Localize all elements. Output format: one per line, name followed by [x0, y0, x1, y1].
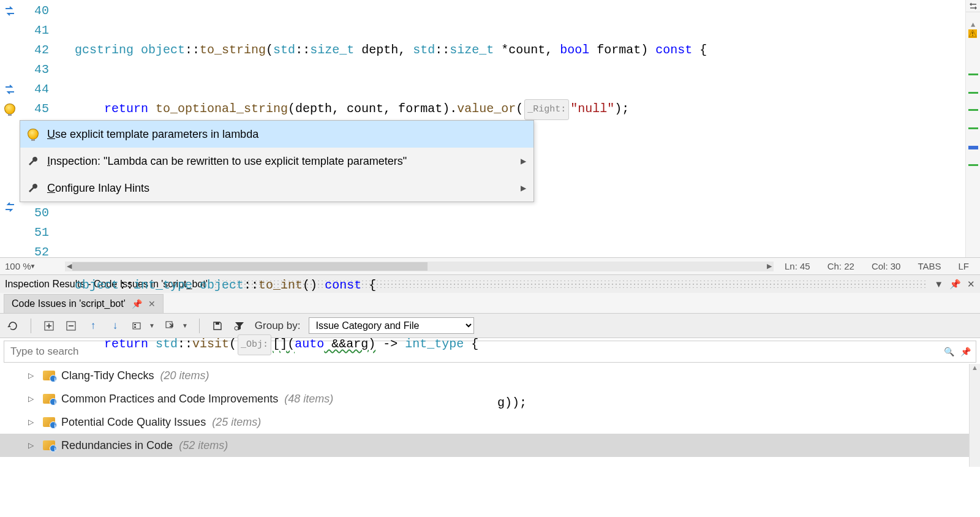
refresh-icon[interactable]	[6, 319, 20, 333]
hint-marker[interactable]	[968, 109, 978, 111]
folder-icon	[43, 371, 55, 380]
svg-rect-1	[972, 35, 973, 36]
submenu-arrow-icon: ▶	[521, 151, 526, 171]
folder-icon	[43, 440, 55, 450]
hint-marker[interactable]	[968, 74, 978, 75]
hint-marker[interactable]	[968, 127, 978, 129]
expand-icon[interactable]: ▷	[28, 418, 37, 426]
issue-category-row[interactable]: ▷ Clang-Tidy Checks (20 items)	[0, 364, 980, 387]
info-marker[interactable]	[968, 146, 978, 149]
quickfix-item-configure-hints[interactable]: Configure Inlay Hints ▶	[20, 175, 533, 202]
bulb-icon	[28, 129, 39, 140]
split-icon[interactable]	[966, 0, 980, 12]
horizontal-scrollbar[interactable]: ◀ ▶	[65, 262, 774, 271]
bulb-icon[interactable]	[0, 99, 20, 119]
wrench-icon	[28, 183, 39, 194]
expand-icon[interactable]: ▷	[28, 371, 37, 380]
wrench-icon	[28, 156, 39, 167]
zoom-combo[interactable]: 100 %▼	[5, 261, 60, 271]
swap-icon[interactable]	[0, 80, 20, 99]
warning-marker[interactable]	[968, 29, 977, 38]
error-marker-strip[interactable]: ▲	[965, 0, 980, 257]
hint-marker[interactable]	[968, 92, 978, 94]
issue-category-row[interactable]: ▷ Redundancies in Code (52 items)	[0, 434, 980, 457]
expand-icon[interactable]: ▷	[28, 441, 37, 450]
issue-tree[interactable]: ▷ Clang-Tidy Checks (20 items) ▷ Common …	[0, 364, 980, 467]
expand-icon[interactable]: ▷	[28, 394, 37, 403]
scroll-right-icon[interactable]: ▶	[765, 262, 774, 270]
svg-rect-0	[972, 32, 973, 34]
gutter-icon-strip	[0, 0, 20, 257]
scrollbar-thumb[interactable]	[72, 262, 428, 271]
code-editor[interactable]: 40 41 42 43 44 45 50 51 52 gcstring obje…	[0, 0, 980, 257]
issue-category-row[interactable]: ▷ Potential Code Quality Issues (25 item…	[0, 410, 980, 434]
quickfix-item-inspection[interactable]: Inspection: "Lambda can be rewritten to …	[20, 148, 533, 175]
submenu-arrow-icon: ▶	[521, 178, 526, 198]
hint-marker[interactable]	[968, 164, 978, 166]
swap-back-icon[interactable]	[0, 197, 20, 217]
quickfix-popup: Use explicit template parameters in lamb…	[20, 120, 534, 202]
quickfix-item-use-explicit[interactable]: Use explicit template parameters in lamb…	[20, 121, 533, 148]
swap-icon[interactable]	[0, 1, 20, 21]
issue-category-row[interactable]: ▷ Common Practices and Code Improvements…	[0, 387, 980, 410]
scroll-left-icon[interactable]: ◀	[65, 262, 74, 270]
expand-all-icon[interactable]	[42, 319, 56, 333]
vertical-scrollbar[interactable]: ▲	[969, 364, 980, 467]
inlay-hint: _Right:	[524, 99, 569, 120]
inlay-hint: _Obj:	[238, 334, 271, 355]
folder-icon	[43, 394, 55, 404]
scroll-up-icon[interactable]: ▲	[970, 364, 980, 374]
folder-icon	[43, 417, 55, 427]
